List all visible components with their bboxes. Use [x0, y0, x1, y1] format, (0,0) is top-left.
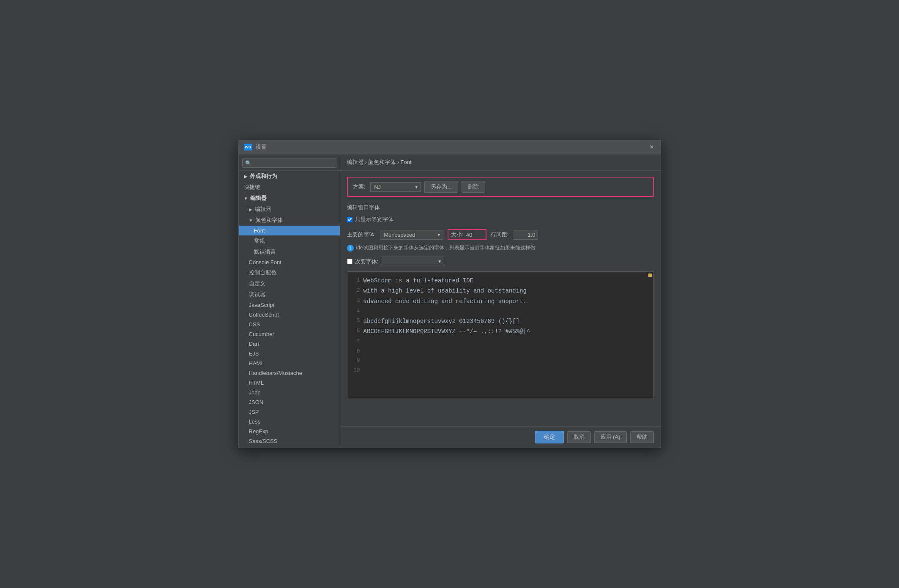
sidebar-item-regexp[interactable]: RegExp: [239, 427, 340, 436]
line-number: 7: [352, 337, 363, 346]
search-box: [239, 156, 340, 171]
sidebar-item-coffeescript[interactable]: CoffeeScript: [239, 310, 340, 320]
sidebar-item-custom[interactable]: 自定义: [239, 278, 340, 289]
sidebar-item-label: 调试器: [249, 291, 265, 298]
help-button[interactable]: 帮助: [630, 431, 654, 443]
sidebar-item-label: 常规: [254, 237, 265, 245]
arrow-icon: ▼: [244, 196, 248, 201]
sidebar-item-ejs[interactable]: EJS: [239, 349, 340, 358]
sidebar-item-json[interactable]: JSON: [239, 397, 340, 407]
scheme-select[interactable]: NJ: [370, 182, 421, 192]
font-select-wrap: Monospaced ▼: [380, 230, 443, 240]
sidebar-item-label: JSON: [249, 399, 264, 405]
apply-button[interactable]: 应用 (A): [594, 431, 627, 443]
sidebar-item-cucumber[interactable]: Cucumber: [239, 329, 340, 339]
close-button[interactable]: ×: [648, 143, 655, 151]
scroll-indicator: [648, 273, 652, 277]
preview-line-7: 7: [352, 337, 653, 346]
sidebar-item-label: EJS: [249, 350, 259, 357]
info-row: i ide试图利用接下来的字体从选定的字体，列表显示当前字体象征如果未能这样做: [347, 244, 654, 252]
line-number: 5: [352, 317, 363, 326]
sidebar-item-label: 外观和行为: [250, 172, 277, 180]
sidebar-item-dart[interactable]: Dart: [239, 339, 340, 349]
line-text: WebStorm is a full-featured IDE: [363, 276, 473, 285]
title-bar-left: WS 设置: [244, 143, 267, 151]
sidebar-item-editor-sub[interactable]: ▶ 编辑器: [239, 204, 340, 215]
dialog-title: 设置: [256, 143, 267, 151]
secondary-font-select-wrap: ▼: [381, 257, 444, 266]
mono-only-checkbox[interactable]: [347, 217, 352, 222]
line-number: 10: [352, 366, 363, 375]
sidebar-item-label: Less: [249, 418, 260, 425]
sidebar-item-sass[interactable]: Sass/SCSS: [239, 436, 340, 446]
scheme-row: 方案: NJ ▼ 另存为... 删除: [347, 177, 654, 197]
line-text: advanced code editing and refactoring su…: [363, 297, 527, 306]
sidebar-item-javascript[interactable]: JavaScript: [239, 300, 340, 310]
font-settings-row: 主要的字体: Monospaced ▼ 大小: 行间距:: [347, 229, 654, 240]
sidebar-item-label: 控制台配色: [249, 269, 276, 276]
sidebar-item-editor[interactable]: ▼ 编辑器: [239, 193, 340, 204]
sidebar-item-handlebars[interactable]: Handlebars/Mustache: [239, 368, 340, 378]
sidebar-item-appearance[interactable]: ▶ 外观和行为: [239, 171, 340, 182]
preview-line-8: 8: [352, 347, 653, 356]
sidebar-item-css[interactable]: CSS: [239, 320, 340, 329]
secondary-font-row: 次要字体: ▼: [347, 257, 654, 266]
sidebar: ▶ 外观和行为 快捷键 ▼ 编辑器 ▶ 编辑器 ▼ 颜色和字体 Font: [239, 154, 340, 448]
sidebar-item-less[interactable]: Less: [239, 417, 340, 427]
line-number: 9: [352, 356, 363, 365]
sidebar-item-font[interactable]: Font: [239, 226, 340, 235]
section-title: 编辑窗口字体: [347, 204, 654, 211]
sidebar-item-jsp[interactable]: JSP: [239, 407, 340, 417]
sidebar-item-jade[interactable]: Jade: [239, 388, 340, 397]
size-input[interactable]: [466, 232, 483, 238]
secondary-font-checkbox[interactable]: [347, 259, 352, 264]
preview-line-4: 4: [352, 307, 653, 316]
primary-font-select[interactable]: Monospaced: [380, 230, 443, 240]
search-input[interactable]: [242, 159, 336, 168]
sidebar-item-console-color[interactable]: 控制台配色: [239, 267, 340, 278]
info-icon: i: [347, 245, 354, 252]
sidebar-item-haml[interactable]: HAML: [239, 358, 340, 368]
sidebar-item-label: RegExp: [249, 428, 268, 435]
secondary-font-select[interactable]: [381, 257, 444, 266]
content-area: 编辑器 › 颜色和字体 › Font 方案: NJ ▼ 另存为... 删除 编辑…: [340, 154, 661, 448]
cancel-button[interactable]: 取消: [567, 431, 591, 443]
sidebar-item-debugger[interactable]: 调试器: [239, 289, 340, 300]
line-spacing-wrap: [513, 230, 538, 240]
sidebar-item-label: Dart: [249, 341, 260, 347]
preview-line-3: 3 advanced code editing and refactoring …: [352, 297, 653, 306]
sidebar-item-label: 快捷键: [244, 183, 260, 191]
line-number: 6: [352, 327, 363, 336]
sidebar-item-label: CoffeeScript: [249, 312, 279, 318]
line-spacing-input[interactable]: [513, 230, 538, 240]
settings-dialog: WS 设置 × ▶ 外观和行为 快捷键 ▼ 编辑器 ▶ 编: [238, 140, 661, 448]
webstorm-logo: WS: [244, 144, 252, 150]
preview-line-6: 6 ABCDEFGHIJKLMNOPQRSTUVWXYZ +-*/= .,;:!…: [352, 327, 653, 336]
mono-only-label: 只显示等宽字体: [355, 216, 393, 223]
sidebar-item-label: Jade: [249, 389, 261, 396]
sidebar-item-shortcuts[interactable]: 快捷键: [239, 182, 340, 193]
size-label: 大小:: [451, 231, 464, 238]
sidebar-item-color-font[interactable]: ▼ 颜色和字体: [239, 215, 340, 226]
sidebar-item-label: 颜色和字体: [255, 216, 283, 224]
arrow-icon: ▶: [244, 174, 247, 179]
line-text: abcdefghijklmnopqrstuvwxyz 0123456789 ()…: [363, 317, 520, 326]
sidebar-item-console-font[interactable]: Console Font: [239, 257, 340, 267]
line-spacing-label: 行间距:: [491, 231, 509, 238]
line-number: 8: [352, 347, 363, 356]
confirm-button[interactable]: 确定: [535, 431, 564, 443]
arrow-icon: ▼: [249, 218, 253, 223]
content-inner: 方案: NJ ▼ 另存为... 删除 编辑窗口字体 只显示等宽字体: [340, 171, 661, 426]
sidebar-item-html[interactable]: HTML: [239, 378, 340, 388]
footer: 确定 取消 应用 (A) 帮助: [340, 426, 661, 448]
secondary-font-label: 次要字体:: [355, 258, 379, 265]
info-text: ide试图利用接下来的字体从选定的字体，列表显示当前字体象征如果未能这样做: [356, 244, 536, 252]
title-bar: WS 设置 ×: [239, 140, 661, 154]
save-as-button[interactable]: 另存为...: [424, 181, 458, 193]
sidebar-item-default-lang[interactable]: 默认语言: [239, 246, 340, 257]
preview-line-10: 10: [352, 366, 653, 375]
line-number: 1: [352, 276, 363, 285]
dialog-body: ▶ 外观和行为 快捷键 ▼ 编辑器 ▶ 编辑器 ▼ 颜色和字体 Font: [239, 154, 661, 448]
delete-button[interactable]: 删除: [462, 181, 485, 193]
sidebar-item-normal[interactable]: 常规: [239, 235, 340, 246]
